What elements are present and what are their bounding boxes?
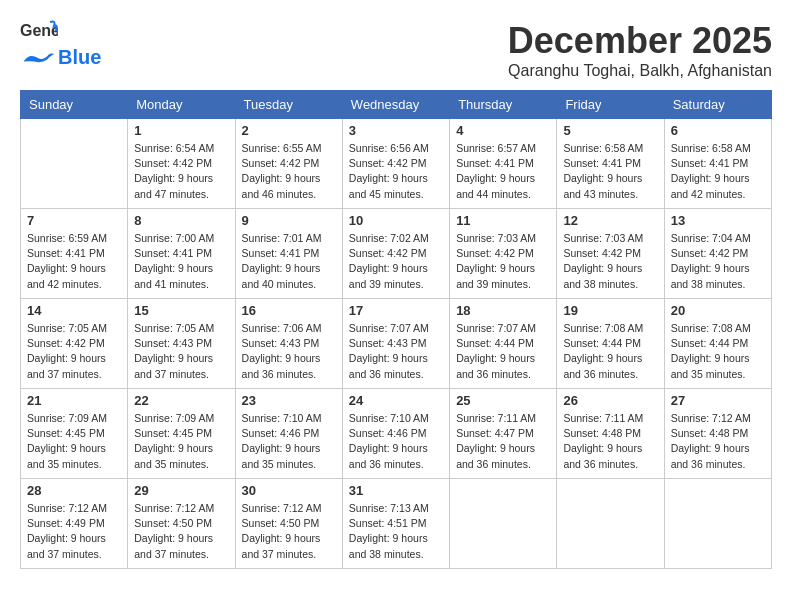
calendar-header-row: SundayMondayTuesdayWednesdayThursdayFrid… bbox=[21, 91, 772, 119]
day-number: 20 bbox=[671, 303, 765, 318]
day-info: Sunrise: 7:03 AMSunset: 4:42 PMDaylight:… bbox=[456, 231, 550, 292]
calendar-cell: 4Sunrise: 6:57 AMSunset: 4:41 PMDaylight… bbox=[450, 119, 557, 209]
week-row-1: 7Sunrise: 6:59 AMSunset: 4:41 PMDaylight… bbox=[21, 209, 772, 299]
day-number: 12 bbox=[563, 213, 657, 228]
day-info: Sunrise: 7:06 AMSunset: 4:43 PMDaylight:… bbox=[242, 321, 336, 382]
day-info: Sunrise: 7:01 AMSunset: 4:41 PMDaylight:… bbox=[242, 231, 336, 292]
calendar-cell: 11Sunrise: 7:03 AMSunset: 4:42 PMDayligh… bbox=[450, 209, 557, 299]
header-saturday: Saturday bbox=[664, 91, 771, 119]
day-number: 13 bbox=[671, 213, 765, 228]
day-number: 22 bbox=[134, 393, 228, 408]
day-number: 11 bbox=[456, 213, 550, 228]
day-info: Sunrise: 7:12 AMSunset: 4:50 PMDaylight:… bbox=[242, 501, 336, 562]
day-info: Sunrise: 7:12 AMSunset: 4:49 PMDaylight:… bbox=[27, 501, 121, 562]
logo: General Blue bbox=[20, 20, 101, 69]
calendar-cell: 12Sunrise: 7:03 AMSunset: 4:42 PMDayligh… bbox=[557, 209, 664, 299]
day-number: 2 bbox=[242, 123, 336, 138]
day-info: Sunrise: 6:55 AMSunset: 4:42 PMDaylight:… bbox=[242, 141, 336, 202]
day-number: 23 bbox=[242, 393, 336, 408]
month-title: December 2025 bbox=[508, 20, 772, 62]
calendar-cell: 5Sunrise: 6:58 AMSunset: 4:41 PMDaylight… bbox=[557, 119, 664, 209]
day-info: Sunrise: 7:05 AMSunset: 4:43 PMDaylight:… bbox=[134, 321, 228, 382]
location-title: Qaranghu Toghai, Balkh, Afghanistan bbox=[508, 62, 772, 80]
header-friday: Friday bbox=[557, 91, 664, 119]
header-tuesday: Tuesday bbox=[235, 91, 342, 119]
day-number: 4 bbox=[456, 123, 550, 138]
week-row-3: 21Sunrise: 7:09 AMSunset: 4:45 PMDayligh… bbox=[21, 389, 772, 479]
day-number: 3 bbox=[349, 123, 443, 138]
day-info: Sunrise: 6:54 AMSunset: 4:42 PMDaylight:… bbox=[134, 141, 228, 202]
day-number: 10 bbox=[349, 213, 443, 228]
day-number: 7 bbox=[27, 213, 121, 228]
day-number: 21 bbox=[27, 393, 121, 408]
day-number: 1 bbox=[134, 123, 228, 138]
week-row-2: 14Sunrise: 7:05 AMSunset: 4:42 PMDayligh… bbox=[21, 299, 772, 389]
day-info: Sunrise: 6:58 AMSunset: 4:41 PMDaylight:… bbox=[671, 141, 765, 202]
header-thursday: Thursday bbox=[450, 91, 557, 119]
day-info: Sunrise: 6:57 AMSunset: 4:41 PMDaylight:… bbox=[456, 141, 550, 202]
day-info: Sunrise: 7:02 AMSunset: 4:42 PMDaylight:… bbox=[349, 231, 443, 292]
calendar-cell bbox=[557, 479, 664, 569]
day-info: Sunrise: 6:58 AMSunset: 4:41 PMDaylight:… bbox=[563, 141, 657, 202]
calendar-cell: 20Sunrise: 7:08 AMSunset: 4:44 PMDayligh… bbox=[664, 299, 771, 389]
calendar-cell: 15Sunrise: 7:05 AMSunset: 4:43 PMDayligh… bbox=[128, 299, 235, 389]
day-info: Sunrise: 7:00 AMSunset: 4:41 PMDaylight:… bbox=[134, 231, 228, 292]
day-info: Sunrise: 7:05 AMSunset: 4:42 PMDaylight:… bbox=[27, 321, 121, 382]
day-number: 6 bbox=[671, 123, 765, 138]
day-info: Sunrise: 6:59 AMSunset: 4:41 PMDaylight:… bbox=[27, 231, 121, 292]
calendar-cell: 25Sunrise: 7:11 AMSunset: 4:47 PMDayligh… bbox=[450, 389, 557, 479]
day-info: Sunrise: 7:08 AMSunset: 4:44 PMDaylight:… bbox=[563, 321, 657, 382]
calendar-cell: 22Sunrise: 7:09 AMSunset: 4:45 PMDayligh… bbox=[128, 389, 235, 479]
calendar-cell: 26Sunrise: 7:11 AMSunset: 4:48 PMDayligh… bbox=[557, 389, 664, 479]
day-number: 29 bbox=[134, 483, 228, 498]
calendar-cell: 9Sunrise: 7:01 AMSunset: 4:41 PMDaylight… bbox=[235, 209, 342, 299]
day-info: Sunrise: 7:09 AMSunset: 4:45 PMDaylight:… bbox=[27, 411, 121, 472]
day-number: 9 bbox=[242, 213, 336, 228]
day-number: 16 bbox=[242, 303, 336, 318]
day-number: 30 bbox=[242, 483, 336, 498]
calendar-cell: 31Sunrise: 7:13 AMSunset: 4:51 PMDayligh… bbox=[342, 479, 449, 569]
day-number: 27 bbox=[671, 393, 765, 408]
calendar-cell: 7Sunrise: 6:59 AMSunset: 4:41 PMDaylight… bbox=[21, 209, 128, 299]
calendar-cell: 6Sunrise: 6:58 AMSunset: 4:41 PMDaylight… bbox=[664, 119, 771, 209]
day-number: 31 bbox=[349, 483, 443, 498]
day-number: 19 bbox=[563, 303, 657, 318]
calendar-cell: 23Sunrise: 7:10 AMSunset: 4:46 PMDayligh… bbox=[235, 389, 342, 479]
calendar-cell: 8Sunrise: 7:00 AMSunset: 4:41 PMDaylight… bbox=[128, 209, 235, 299]
day-info: Sunrise: 7:13 AMSunset: 4:51 PMDaylight:… bbox=[349, 501, 443, 562]
day-number: 28 bbox=[27, 483, 121, 498]
calendar-cell bbox=[664, 479, 771, 569]
calendar-cell: 28Sunrise: 7:12 AMSunset: 4:49 PMDayligh… bbox=[21, 479, 128, 569]
calendar-cell: 10Sunrise: 7:02 AMSunset: 4:42 PMDayligh… bbox=[342, 209, 449, 299]
day-number: 24 bbox=[349, 393, 443, 408]
day-info: Sunrise: 7:12 AMSunset: 4:48 PMDaylight:… bbox=[671, 411, 765, 472]
day-number: 15 bbox=[134, 303, 228, 318]
calendar-cell: 18Sunrise: 7:07 AMSunset: 4:44 PMDayligh… bbox=[450, 299, 557, 389]
day-info: Sunrise: 7:07 AMSunset: 4:43 PMDaylight:… bbox=[349, 321, 443, 382]
day-info: Sunrise: 7:12 AMSunset: 4:50 PMDaylight:… bbox=[134, 501, 228, 562]
calendar-cell: 29Sunrise: 7:12 AMSunset: 4:50 PMDayligh… bbox=[128, 479, 235, 569]
title-block: December 2025 Qaranghu Toghai, Balkh, Af… bbox=[508, 20, 772, 80]
calendar-cell: 13Sunrise: 7:04 AMSunset: 4:42 PMDayligh… bbox=[664, 209, 771, 299]
header-wednesday: Wednesday bbox=[342, 91, 449, 119]
day-number: 25 bbox=[456, 393, 550, 408]
calendar-cell: 30Sunrise: 7:12 AMSunset: 4:50 PMDayligh… bbox=[235, 479, 342, 569]
day-info: Sunrise: 7:10 AMSunset: 4:46 PMDaylight:… bbox=[242, 411, 336, 472]
day-number: 8 bbox=[134, 213, 228, 228]
day-info: Sunrise: 7:07 AMSunset: 4:44 PMDaylight:… bbox=[456, 321, 550, 382]
calendar-cell: 16Sunrise: 7:06 AMSunset: 4:43 PMDayligh… bbox=[235, 299, 342, 389]
day-info: Sunrise: 7:10 AMSunset: 4:46 PMDaylight:… bbox=[349, 411, 443, 472]
day-info: Sunrise: 7:04 AMSunset: 4:42 PMDaylight:… bbox=[671, 231, 765, 292]
day-number: 5 bbox=[563, 123, 657, 138]
day-number: 18 bbox=[456, 303, 550, 318]
day-number: 26 bbox=[563, 393, 657, 408]
day-info: Sunrise: 6:56 AMSunset: 4:42 PMDaylight:… bbox=[349, 141, 443, 202]
calendar-cell: 27Sunrise: 7:12 AMSunset: 4:48 PMDayligh… bbox=[664, 389, 771, 479]
day-info: Sunrise: 7:11 AMSunset: 4:48 PMDaylight:… bbox=[563, 411, 657, 472]
calendar-cell bbox=[21, 119, 128, 209]
calendar-cell: 21Sunrise: 7:09 AMSunset: 4:45 PMDayligh… bbox=[21, 389, 128, 479]
calendar-cell: 24Sunrise: 7:10 AMSunset: 4:46 PMDayligh… bbox=[342, 389, 449, 479]
week-row-0: 1Sunrise: 6:54 AMSunset: 4:42 PMDaylight… bbox=[21, 119, 772, 209]
calendar-cell bbox=[450, 479, 557, 569]
logo-bird-icon bbox=[20, 47, 56, 69]
